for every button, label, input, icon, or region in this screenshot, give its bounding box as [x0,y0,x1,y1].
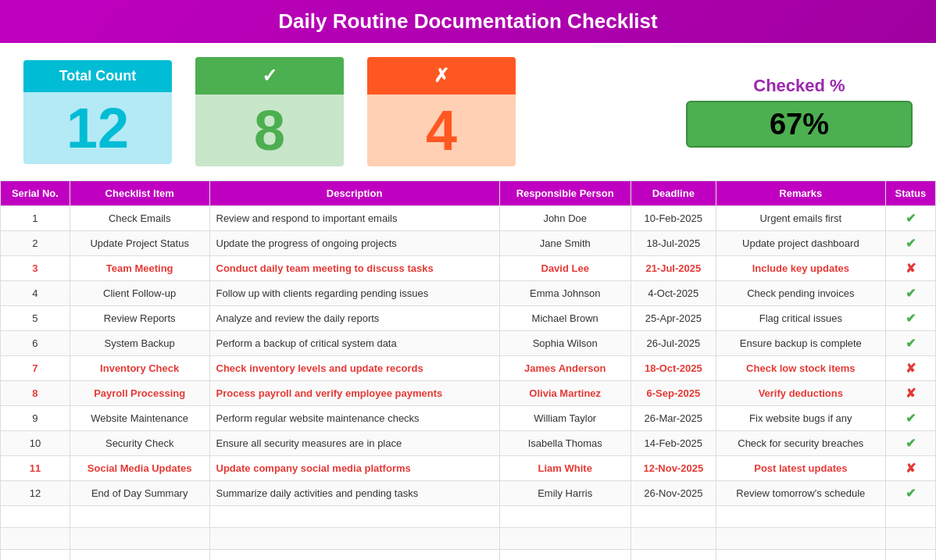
cell-serial: 11 [1,456,70,481]
cell-desc: Analyze and review the daily reports [209,306,499,331]
cell-remarks: Check for security breaches [716,431,885,456]
table-row: 7 Inventory Check Check inventory levels… [1,356,936,381]
cell-person: James Anderson [499,356,631,381]
cell-deadline: 18-Jul-2025 [631,231,716,256]
cell-deadline: 4-Oct-2025 [631,281,716,306]
col-remarks: Remarks [716,181,885,206]
cell-status: ✘ [885,381,935,406]
cell-remarks: Verify deductions [716,381,885,406]
checked-count-card: ✓ 8 [195,57,344,166]
cell-person: Jane Smith [499,231,631,256]
cell-serial: 4 [1,281,70,306]
page-title: Daily Routine Documentation Checklist [278,9,657,33]
cell-deadline: 21-Jul-2025 [631,256,716,281]
checked-percent-card: Checked % 67% [686,76,913,148]
cell-item: Social Media Updates [70,456,209,481]
table-row: 6 System Backup Perform a backup of crit… [1,331,936,356]
cell-remarks: Check low stock items [716,356,885,381]
cell-person: Emma Johnson [499,281,631,306]
cell-serial: 7 [1,356,70,381]
cell-person: Emily Harris [499,481,631,506]
total-count-label: Total Count [23,60,172,92]
cell-deadline: 26-Mar-2025 [631,406,716,431]
cell-status: ✔ [885,231,935,256]
cell-status: ✘ [885,356,935,381]
col-item: Checklist Item [70,181,209,206]
cell-serial: 2 [1,231,70,256]
cell-item: Security Check [70,431,209,456]
table-row: 10 Security Check Ensure all security me… [1,431,936,456]
cell-deadline: 14-Feb-2025 [631,431,716,456]
status-cross-icon: ✘ [906,262,916,275]
cell-status: ✔ [885,406,935,431]
checked-icon-label: ✓ [195,57,344,95]
cell-item: Client Follow-up [70,281,209,306]
status-cross-icon: ✘ [906,387,916,400]
checklist-table: Serial No. Checklist Item Description Re… [0,180,936,560]
unchecked-icon-label: ✗ [367,57,516,95]
cell-item: End of Day Summary [70,481,209,506]
col-deadline: Deadline [631,181,716,206]
cell-remarks: Flag critical issues [716,306,885,331]
cell-item: Check Emails [70,206,209,231]
cell-item: Payroll Processing [70,381,209,406]
cell-person: Liam White [499,456,631,481]
cell-item: Website Maintenance [70,406,209,431]
cell-status: ✔ [885,281,935,306]
cell-person: Isabella Thomas [499,431,631,456]
status-check-icon: ✔ [906,412,916,425]
cell-person: Olivia Martinez [499,381,631,406]
cell-remarks: Ensure backup is complete [716,331,885,356]
cell-desc: Update the progress of ongoing projects [209,231,499,256]
cell-person: Sophia Wilson [499,331,631,356]
unchecked-count-card: ✗ 4 [367,57,516,166]
cell-item: System Backup [70,331,209,356]
table-row-empty [1,528,936,550]
table-row: 4 Client Follow-up Follow up with client… [1,281,936,306]
status-check-icon: ✔ [906,487,916,500]
cell-desc: Review and respond to important emails [209,206,499,231]
col-status: Status [885,181,935,206]
cell-status: ✘ [885,256,935,281]
cell-status: ✔ [885,481,935,506]
cell-remarks: Fix website bugs if any [716,406,885,431]
status-check-icon: ✔ [906,237,916,250]
percent-label: Checked % [686,76,913,96]
cell-desc: Perform a backup of critical system data [209,331,499,356]
table-row: 3 Team Meeting Conduct daily team meetin… [1,256,936,281]
checklist-table-container: Serial No. Checklist Item Description Re… [0,180,936,560]
cell-serial: 12 [1,481,70,506]
cell-desc: Follow up with clients regarding pending… [209,281,499,306]
percent-value: 67% [770,108,829,141]
cell-person: Michael Brown [499,306,631,331]
cell-deadline: 12-Nov-2025 [631,456,716,481]
table-row-empty [1,550,936,561]
total-count-card: Total Count 12 [23,60,172,164]
status-check-icon: ✔ [906,312,916,325]
cell-person: William Taylor [499,406,631,431]
cell-serial: 6 [1,331,70,356]
table-row: 11 Social Media Updates Update company s… [1,456,936,481]
cell-serial: 10 [1,431,70,456]
checked-count-value: 8 [195,95,344,166]
cell-desc: Ensure all security measures are in plac… [209,431,499,456]
cell-deadline: 6-Sep-2025 [631,381,716,406]
cell-serial: 9 [1,406,70,431]
table-row: 1 Check Emails Review and respond to imp… [1,206,936,231]
cell-remarks: Post latest updates [716,456,885,481]
cell-status: ✘ [885,456,935,481]
percent-bar: 67% [686,101,913,148]
cell-status: ✔ [885,306,935,331]
cell-item: Update Project Status [70,231,209,256]
cell-person: David Lee [499,256,631,281]
cell-serial: 5 [1,306,70,331]
table-row: 2 Update Project Status Update the progr… [1,231,936,256]
cell-remarks: Urgent emails first [716,206,885,231]
cell-desc: Check inventory levels and update record… [209,356,499,381]
status-cross-icon: ✘ [906,362,916,375]
cell-serial: 1 [1,206,70,231]
table-row-empty [1,506,936,528]
cell-status: ✔ [885,206,935,231]
col-person: Responsible Person [499,181,631,206]
status-cross-icon: ✘ [906,462,916,475]
